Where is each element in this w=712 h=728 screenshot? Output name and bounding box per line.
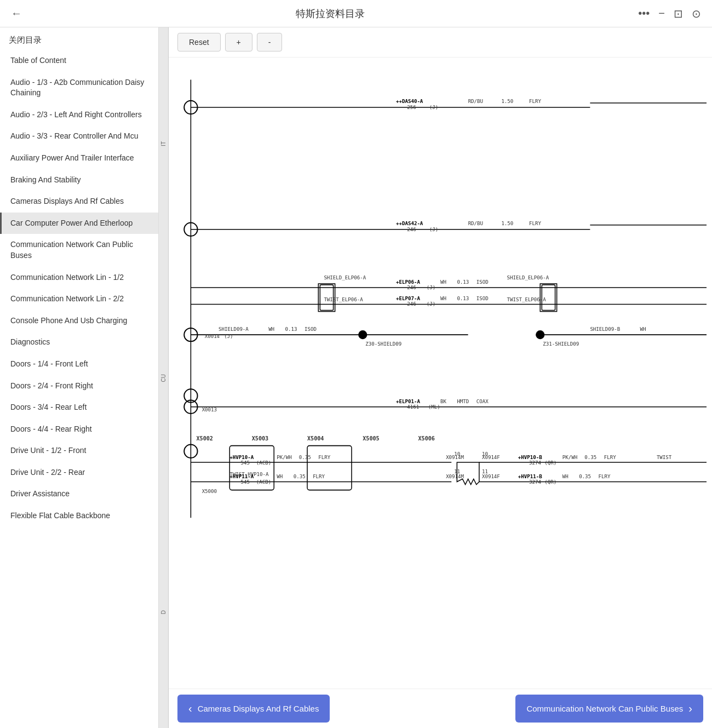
close-button[interactable]: ⊙	[692, 7, 701, 20]
svg-text:1.50: 1.50	[501, 221, 513, 226]
svg-text:X5006: X5006	[418, 435, 435, 442]
sidebar-item-diagnostics[interactable]: Diagnostics	[0, 331, 158, 353]
sidebar-item-drive-unit-1-2[interactable]: Drive Unit - 1/2 - Front	[0, 440, 158, 462]
svg-text:WH: WH	[440, 296, 446, 301]
diagram-area[interactable]: .wire-line { stroke: #000; stroke-width:…	[169, 58, 712, 689]
svg-text:246: 246	[407, 227, 416, 232]
edge-label-cu: CU	[160, 374, 166, 382]
sidebar-item-table-of-content[interactable]: Table of Content	[0, 50, 158, 72]
minimize-button[interactable]: −	[658, 7, 665, 20]
svg-text:FLRY: FLRY	[318, 455, 330, 460]
svg-text:Z30-SHIELD09: Z30-SHIELD09	[365, 341, 401, 347]
sidebar-close-button[interactable]: 关闭目录	[0, 27, 158, 50]
svg-text:(ACB): (ACB)	[256, 479, 271, 485]
svg-rect-112	[307, 446, 352, 490]
svg-text:(J): (J)	[427, 301, 435, 307]
svg-text:246: 246	[407, 285, 416, 290]
svg-text:TWIST: TWIST	[657, 455, 672, 460]
svg-text:RD/BU: RD/BU	[468, 221, 483, 226]
svg-text:+ELP01-A: +ELP01-A	[396, 399, 420, 404]
svg-point-52	[358, 330, 367, 339]
sidebar-item-comm-lin-1-2[interactable]: Communication Network Lin - 1/2	[0, 267, 158, 289]
svg-text:SHIELD09-A: SHIELD09-A	[219, 326, 249, 332]
sidebar-item-drive-unit-2-2[interactable]: Drive Unit - 2/2 - Rear	[0, 462, 158, 484]
svg-text:PK/WH: PK/WH	[562, 455, 577, 460]
svg-text:(J): (J)	[429, 227, 438, 232]
page-title: 特斯拉资料目录	[22, 7, 638, 20]
prev-button[interactable]: ‹ Cameras Displays And Rf Cables	[177, 695, 330, 723]
svg-text:4161: 4161	[407, 404, 419, 410]
sidebar-item-doors-3-4[interactable]: Doors - 3/4 - Rear Left	[0, 397, 158, 419]
svg-text:FLRY: FLRY	[529, 221, 541, 226]
svg-text:FLRY: FLRY	[313, 474, 325, 479]
svg-text:256: 256	[407, 105, 416, 110]
svg-text:Z31-SHIELD09: Z31-SHIELD09	[543, 341, 579, 347]
svg-text:0.35: 0.35	[299, 455, 311, 460]
sidebar-item-driver-assistance[interactable]: Driver Assistance	[0, 483, 158, 505]
sidebar-item-doors-4-4[interactable]: Doors - 4/4 - Rear Right	[0, 419, 158, 440]
sidebar-item-console-phone[interactable]: Console Phone And Usb Charging	[0, 310, 158, 332]
svg-text:X5004: X5004	[307, 435, 324, 442]
sidebar-item-doors-1-4[interactable]: Doors - 1/4 - Front Left	[0, 353, 158, 375]
edge-label-it: IT	[160, 141, 166, 146]
svg-text:++DAS40-A: ++DAS40-A	[396, 99, 423, 104]
sidebar: 关闭目录 Table of Content Audio - 1/3 - A2b …	[0, 27, 159, 728]
svg-text:545: 545	[241, 460, 250, 466]
svg-text:11: 11	[482, 469, 488, 474]
svg-text:ISOD: ISOD	[476, 296, 489, 301]
sidebar-item-audio-1-3[interactable]: Audio - 1/3 - A2b Communication Daisy Ch…	[0, 72, 158, 104]
svg-text:(QR): (QR)	[544, 479, 556, 485]
sidebar-item-comm-lin-2-2[interactable]: Communication Network Lin - 2/2	[0, 288, 158, 310]
svg-text:0.35: 0.35	[584, 455, 596, 460]
svg-text:++DAS42-A: ++DAS42-A	[396, 221, 423, 226]
next-button[interactable]: Communication Network Can Public Buses ›	[515, 695, 703, 723]
topbar: ← 特斯拉资料目录 ••• − ⊡ ⊙	[0, 0, 712, 27]
svg-text:+HVP10-B: +HVP10-B	[518, 455, 542, 460]
svg-text:SHIELD_ELP06-A: SHIELD_ELP06-A	[507, 275, 549, 280]
svg-text:1.50: 1.50	[501, 99, 513, 104]
svg-text:HMTD: HMTD	[457, 399, 469, 404]
svg-text:ISOD: ISOD	[476, 279, 489, 285]
left-edge-labels: IT CU D	[159, 27, 169, 728]
reset-button[interactable]: Reset	[177, 33, 221, 51]
svg-text:WH: WH	[268, 326, 274, 332]
svg-text:(J): (J)	[429, 105, 438, 110]
svg-text:+HVP11-A: +HVP11-A	[229, 474, 254, 479]
restore-button[interactable]: ⊡	[674, 7, 683, 20]
svg-text:X0013: X0013	[202, 407, 217, 412]
svg-text:+HVP11-B: +HVP11-B	[518, 474, 542, 479]
sidebar-item-flexible-flat[interactable]: Flexible Flat Cable Backbone	[0, 505, 158, 527]
sidebar-item-audio-2-3[interactable]: Audio - 2/3 - Left And Right Controllers	[0, 104, 158, 126]
svg-text:SHIELD09-B: SHIELD09-B	[590, 326, 620, 332]
sidebar-item-braking[interactable]: Braking And Stability	[0, 169, 158, 191]
back-button[interactable]: ←	[11, 7, 22, 20]
prev-label: Cameras Displays And Rf Cables	[198, 704, 319, 713]
svg-text:X5005: X5005	[363, 435, 379, 442]
svg-text:(J): (J)	[224, 334, 233, 339]
svg-text:X5002: X5002	[197, 435, 213, 442]
zoom-in-button[interactable]: +	[225, 33, 252, 51]
svg-text:X0914M: X0914M	[446, 474, 464, 479]
sidebar-item-car-computer[interactable]: Car Computer Power And Etherloop	[0, 213, 158, 234]
svg-text:0.35: 0.35	[294, 474, 306, 479]
svg-text:FLRY: FLRY	[604, 455, 616, 460]
sidebar-item-auxiliary-power[interactable]: Auxiliary Power And Trailer Interface	[0, 147, 158, 169]
next-arrow-icon: ›	[688, 702, 692, 715]
next-label: Communication Network Can Public Buses	[526, 704, 683, 713]
sidebar-item-comm-can[interactable]: Communication Network Can Public Buses	[0, 234, 158, 266]
svg-text:WH: WH	[640, 326, 646, 332]
more-button[interactable]: •••	[638, 7, 650, 20]
svg-text:545: 545	[241, 479, 250, 485]
sidebar-item-cameras[interactable]: Cameras Displays And Rf Cables	[0, 191, 158, 213]
nav-footer: ‹ Cameras Displays And Rf Cables Communi…	[169, 689, 712, 728]
main-layout: 关闭目录 Table of Content Audio - 1/3 - A2b …	[0, 27, 712, 728]
svg-text:(J): (J)	[427, 285, 435, 290]
svg-text:246: 246	[407, 301, 416, 307]
svg-text:0.13: 0.13	[457, 296, 469, 301]
sidebar-item-audio-3-3[interactable]: Audio - 3/3 - Rear Controller And Mcu	[0, 125, 158, 147]
svg-text:+HVP10-A: +HVP10-A	[229, 455, 254, 460]
svg-text:X5000: X5000	[202, 489, 217, 494]
zoom-out-button[interactable]: -	[257, 33, 283, 51]
edge-label-d: D	[160, 610, 166, 614]
sidebar-item-doors-2-4[interactable]: Doors - 2/4 - Front Right	[0, 375, 158, 397]
